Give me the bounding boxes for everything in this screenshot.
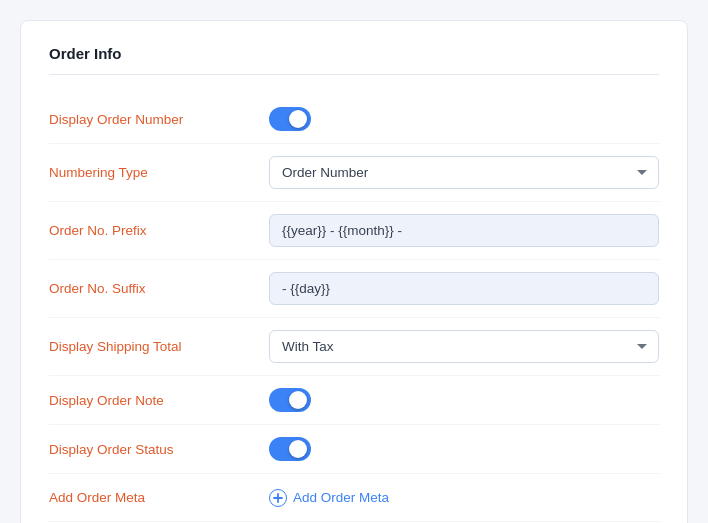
order-suffix-label: Order No. Suffix xyxy=(49,281,269,296)
display-order-note-label: Display Order Note xyxy=(49,393,269,408)
display-order-number-toggle[interactable] xyxy=(269,107,311,131)
section-title: Order Info xyxy=(49,45,659,75)
display-order-note-row: Display Order Note xyxy=(49,376,659,425)
plus-circle-icon xyxy=(269,489,287,507)
add-order-meta-link-text: Add Order Meta xyxy=(293,490,389,505)
add-order-meta-label: Add Order Meta xyxy=(49,490,269,505)
display-shipping-total-control: With Tax Without Tax Both xyxy=(269,330,659,363)
numbering-type-row: Numbering Type Order Number Sequential C… xyxy=(49,144,659,202)
order-prefix-label: Order No. Prefix xyxy=(49,223,269,238)
numbering-type-label: Numbering Type xyxy=(49,165,269,180)
display-order-status-label: Display Order Status xyxy=(49,442,269,457)
order-suffix-row: Order No. Suffix xyxy=(49,260,659,318)
display-order-status-control xyxy=(269,437,659,461)
numbering-type-select[interactable]: Order Number Sequential Custom xyxy=(269,156,659,189)
display-shipping-total-select[interactable]: With Tax Without Tax Both xyxy=(269,330,659,363)
display-order-note-toggle[interactable] xyxy=(269,388,311,412)
add-order-meta-control: Add Order Meta xyxy=(269,489,659,507)
toggle-slider-3 xyxy=(269,437,311,461)
order-prefix-control xyxy=(269,214,659,247)
add-order-meta-row: Add Order Meta Add Order Meta xyxy=(49,474,659,522)
order-suffix-input[interactable] xyxy=(269,272,659,305)
display-shipping-total-label: Display Shipping Total xyxy=(49,339,269,354)
numbering-type-control: Order Number Sequential Custom xyxy=(269,156,659,189)
toggle-slider-2 xyxy=(269,388,311,412)
toggle-slider xyxy=(269,107,311,131)
add-order-meta-link[interactable]: Add Order Meta xyxy=(269,489,659,507)
order-prefix-input[interactable] xyxy=(269,214,659,247)
order-suffix-control xyxy=(269,272,659,305)
order-info-card: Order Info Display Order Number Numberin… xyxy=(20,20,688,523)
display-order-status-row: Display Order Status xyxy=(49,425,659,474)
display-order-status-toggle[interactable] xyxy=(269,437,311,461)
display-order-note-control xyxy=(269,388,659,412)
display-shipping-total-row: Display Shipping Total With Tax Without … xyxy=(49,318,659,376)
display-order-number-control xyxy=(269,107,659,131)
display-order-number-label: Display Order Number xyxy=(49,112,269,127)
order-prefix-row: Order No. Prefix xyxy=(49,202,659,260)
display-order-number-row: Display Order Number xyxy=(49,95,659,144)
